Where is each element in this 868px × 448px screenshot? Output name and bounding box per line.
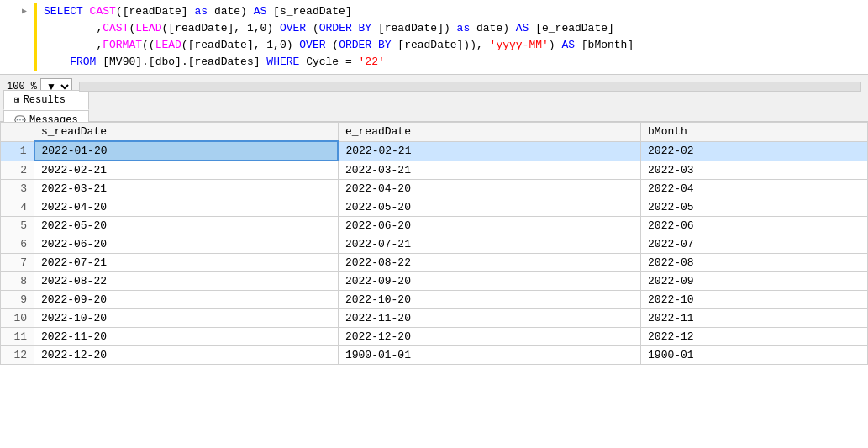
cell-s_readDate[interactable]: 2022-11-20: [34, 328, 339, 346]
cell-e_readDate[interactable]: 2022-08-22: [338, 254, 640, 272]
cell-s_readDate[interactable]: 2022-08-22: [34, 272, 339, 291]
row-number: 3: [1, 180, 34, 198]
row-number: 6: [1, 235, 34, 254]
row-number: 7: [1, 254, 34, 272]
table-row[interactable]: 52022-05-202022-06-202022-06: [1, 217, 868, 235]
sql-plain: Cycle =: [306, 55, 358, 68]
sql-editor[interactable]: ▶SELECT CAST([readDate] as date) AS [s_r…: [0, 0, 868, 75]
sql-identifier: [dbo]: [149, 55, 181, 68]
tab-results[interactable]: ⊞Results: [3, 90, 89, 110]
sql-indent: [44, 55, 70, 68]
row-number: 5: [1, 217, 34, 235]
cell-e_readDate[interactable]: 2022-09-20: [338, 272, 640, 291]
yellow-indicator-bar: [34, 54, 37, 71]
cell-bMonth[interactable]: 2022-07: [641, 235, 868, 254]
cell-e_readDate[interactable]: 2022-06-20: [338, 217, 640, 235]
sql-plain: date): [476, 22, 516, 34]
sql-function: LEAD: [155, 39, 181, 51]
table-row[interactable]: 122022-12-201900-01-011900-01: [1, 346, 868, 365]
sql-line: ▶SELECT CAST([readDate] as date) AS [s_r…: [0, 3, 868, 20]
table-row[interactable]: 72022-07-212022-08-222022-08: [1, 254, 868, 272]
tabs-bar: ⊞Results💬Messages: [0, 98, 868, 122]
table-row[interactable]: 112022-11-202022-12-202022-12: [1, 328, 868, 346]
column-header[interactable]: bMonth: [641, 123, 868, 142]
sql-content[interactable]: ,CAST(LEAD([readDate], 1,0) OVER (ORDER …: [40, 20, 614, 37]
cell-s_readDate[interactable]: 2022-05-20: [34, 217, 339, 235]
column-header[interactable]: [1, 123, 34, 142]
table-row[interactable]: 32022-03-212022-04-202022-04: [1, 180, 868, 198]
sql-indent: ,: [44, 39, 103, 51]
cell-s_readDate[interactable]: 2022-09-20: [34, 291, 339, 309]
table-row[interactable]: 42022-04-202022-05-202022-05: [1, 198, 868, 217]
sql-function: LEAD: [135, 22, 161, 34]
cell-e_readDate[interactable]: 1900-01-01: [338, 346, 640, 365]
cell-e_readDate[interactable]: 2022-07-21: [338, 235, 640, 254]
sql-plain: (: [332, 39, 339, 51]
sql-keyword: AS: [254, 5, 273, 18]
cell-bMonth[interactable]: 2022-12: [641, 328, 868, 346]
sql-keyword: OVER: [299, 39, 332, 51]
sql-identifier: [MV90]: [103, 55, 142, 68]
sql-function: FORMAT: [103, 39, 142, 51]
row-number: 1: [1, 141, 34, 161]
sql-plain: .: [142, 55, 149, 68]
row-number: 10: [1, 309, 34, 328]
cell-s_readDate[interactable]: 2022-10-20: [34, 309, 339, 328]
cell-e_readDate[interactable]: 2022-12-20: [338, 328, 640, 346]
cell-s_readDate[interactable]: 2022-03-21: [34, 180, 339, 198]
cell-s_readDate[interactable]: 2022-01-20: [34, 141, 339, 161]
results-area[interactable]: s_readDatee_readDatebMonth 12022-01-2020…: [0, 122, 868, 448]
row-number: 11: [1, 328, 34, 346]
sql-keyword: AS: [516, 22, 535, 34]
sql-keyword: WHERE: [266, 55, 306, 68]
cell-s_readDate[interactable]: 2022-06-20: [34, 235, 339, 254]
horizontal-scrollbar[interactable]: [79, 82, 861, 92]
table-row[interactable]: 92022-09-202022-10-202022-10: [1, 291, 868, 309]
cell-s_readDate[interactable]: 2022-02-21: [34, 161, 339, 180]
cell-e_readDate[interactable]: 2022-03-21: [338, 161, 640, 180]
sql-identifier: [readDate]: [188, 39, 254, 51]
sql-plain: ((: [142, 39, 155, 51]
results-table: s_readDatee_readDatebMonth 12022-01-2020…: [0, 122, 868, 365]
cell-bMonth[interactable]: 2022-09: [641, 272, 868, 291]
sql-indent: ,: [44, 22, 103, 34]
cell-bMonth[interactable]: 2022-08: [641, 254, 868, 272]
sql-line: ,FORMAT((LEAD([readDate], 1,0) OVER (ORD…: [0, 37, 868, 54]
cell-bMonth[interactable]: 2022-11: [641, 309, 868, 328]
sql-content[interactable]: ,FORMAT((LEAD([readDate], 1,0) OVER (ORD…: [40, 37, 634, 54]
sql-content[interactable]: SELECT CAST([readDate] as date) AS [s_re…: [40, 3, 352, 20]
cell-bMonth[interactable]: 2022-06: [641, 217, 868, 235]
cell-e_readDate[interactable]: 2022-05-20: [338, 198, 640, 217]
cell-bMonth[interactable]: 2022-10: [641, 291, 868, 309]
column-header[interactable]: e_readDate: [338, 123, 640, 142]
table-row[interactable]: 12022-01-202022-02-212022-02: [1, 141, 868, 161]
table-row[interactable]: 102022-10-202022-11-202022-11: [1, 309, 868, 328]
sql-identifier: [bMonth]: [581, 39, 634, 51]
table-row[interactable]: 62022-06-202022-07-212022-07: [1, 235, 868, 254]
grid-icon: ⊞: [14, 94, 20, 105]
yellow-indicator-bar: [34, 20, 37, 37]
cell-s_readDate[interactable]: 2022-04-20: [34, 198, 339, 217]
cell-e_readDate[interactable]: 2022-04-20: [338, 180, 640, 198]
sql-identifier: [readDates]: [188, 55, 260, 68]
sql-keyword: as: [457, 22, 476, 34]
sql-plain: )),: [463, 39, 489, 51]
cell-bMonth[interactable]: 2022-04: [641, 180, 868, 198]
sql-content[interactable]: FROM [MV90].[dbo].[readDates] WHERE Cycl…: [40, 54, 385, 71]
table-row[interactable]: 82022-08-222022-09-202022-09: [1, 272, 868, 291]
table-row[interactable]: 22022-02-212022-03-212022-03: [1, 161, 868, 180]
cell-bMonth[interactable]: 1900-01: [641, 346, 868, 365]
cell-s_readDate[interactable]: 2022-12-20: [34, 346, 339, 365]
cell-bMonth[interactable]: 2022-02: [641, 141, 868, 161]
row-number: 9: [1, 291, 34, 309]
cell-bMonth[interactable]: 2022-03: [641, 161, 868, 180]
cell-bMonth[interactable]: 2022-05: [641, 198, 868, 217]
cell-e_readDate[interactable]: 2022-11-20: [338, 309, 640, 328]
sql-plain: , 1,0): [254, 39, 300, 51]
row-number: 4: [1, 198, 34, 217]
cell-s_readDate[interactable]: 2022-07-21: [34, 254, 339, 272]
column-header[interactable]: s_readDate: [34, 123, 339, 142]
cell-e_readDate[interactable]: 2022-02-21: [338, 141, 640, 161]
sql-plain: (: [181, 39, 188, 51]
cell-e_readDate[interactable]: 2022-10-20: [338, 291, 640, 309]
